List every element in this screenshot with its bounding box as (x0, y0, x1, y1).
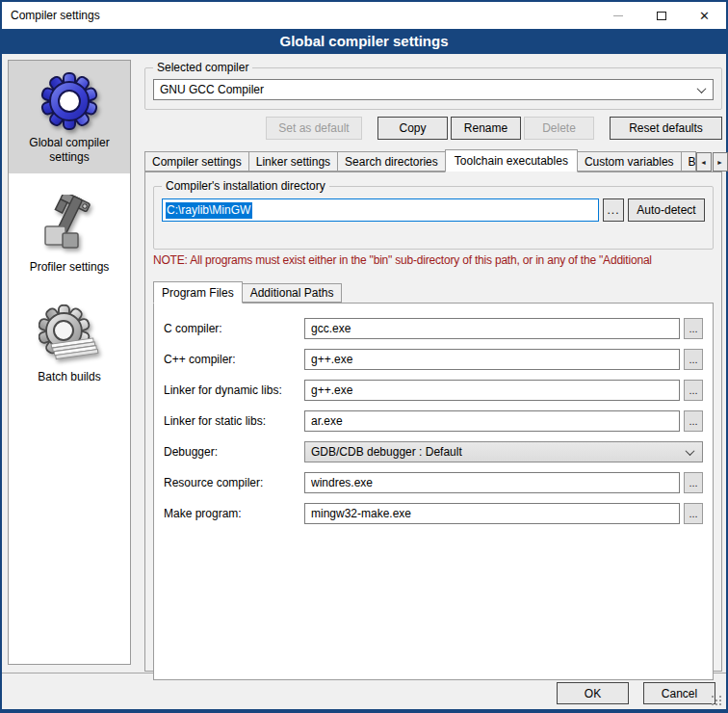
c-compiler-browse-button[interactable]: ... (684, 349, 703, 370)
sidebar-item-label: Global compiler settings (13, 136, 126, 165)
page-title: Global compiler settings (2, 29, 726, 54)
compiler-actions: Set as defaultCopyRenameDeleteReset defa… (144, 117, 722, 140)
chevron-down-icon (697, 84, 707, 93)
ok-button[interactable]: OK (557, 682, 629, 704)
minimize-button[interactable] (596, 2, 639, 29)
field-row-make-program: Make program:... (164, 502, 703, 525)
make-program-browse-button[interactable]: ... (684, 503, 703, 524)
cancel-button[interactable]: Cancel (643, 682, 715, 704)
main-tabs: Compiler settingsLinker settingsSearch d… (144, 148, 722, 172)
tab-search-directories[interactable]: Search directories (337, 151, 446, 172)
tab-compiler-settings[interactable]: Compiler settings (144, 151, 249, 172)
field-label: Linker for dynamic libs: (164, 383, 304, 397)
subtab-additional-paths[interactable]: Additional Paths (242, 283, 343, 303)
linker-for-dynamic-libs-input[interactable] (304, 380, 680, 401)
selected-compiler-group: Selected compiler GNU GCC Compiler (144, 67, 722, 110)
field-label: Make program: (164, 507, 304, 520)
delete-button: Delete (524, 117, 594, 140)
field-label: C compiler: (164, 322, 304, 335)
group-label: Selected compiler (153, 61, 252, 74)
sidebar-item-global-compiler-settings[interactable]: Global compiler settings (9, 61, 130, 173)
window-title: Compiler settings (2, 9, 596, 22)
field-label: Linker for static libs: (164, 414, 304, 428)
settings-category-list: Global compiler settings Profiler settin… (8, 60, 131, 665)
install-dir-input[interactable]: C:\raylib\MinGW (162, 198, 599, 222)
tab-toolchain-executables[interactable]: Toolchain executables (445, 149, 578, 172)
caliper-icon (39, 195, 100, 256)
program-files-page: C compiler:...C++ compiler:...Linker for… (153, 303, 714, 680)
field-row-c-compiler: C++ compiler:... (164, 348, 703, 371)
field-row-c-compiler: C compiler:... (164, 317, 703, 340)
close-button[interactable]: ✕ (683, 2, 726, 29)
field-row-linker-for-static-libs: Linker for static libs:... (164, 409, 703, 433)
field-row-linker-for-dynamic-libs: Linker for dynamic libs:... (164, 379, 703, 402)
sidebar-item-label: Profiler settings (13, 260, 126, 275)
field-label: C++ compiler: (164, 353, 304, 366)
linker-for-static-libs-input[interactable] (304, 410, 680, 432)
c-compiler-input[interactable] (304, 318, 680, 339)
make-program-input[interactable] (304, 503, 680, 524)
c-compiler-input[interactable] (304, 349, 680, 370)
titlebar: Compiler settings ✕ (2, 2, 726, 29)
install-dir-browse-button[interactable]: ... (603, 198, 624, 222)
c-compiler-browse-button[interactable]: ... (684, 318, 703, 339)
resize-grip[interactable] (712, 696, 723, 707)
resource-compiler-input[interactable] (304, 472, 680, 493)
gray-gear-stack-icon (39, 304, 100, 366)
debugger-select[interactable]: GDB/CDB debugger : Default (304, 441, 703, 462)
program-tabs: Program FilesAdditional Paths (153, 280, 714, 303)
minimize-icon (613, 15, 623, 16)
maximize-button[interactable] (639, 2, 683, 29)
tab-custom-variables[interactable]: Custom variables (577, 151, 682, 172)
install-dir-note: NOTE: All programs must exist either in … (153, 253, 714, 267)
copy-button[interactable]: Copy (377, 117, 448, 140)
sidebar-item-label: Batch builds (13, 370, 126, 384)
tab-build[interactable]: Build (681, 151, 696, 172)
sidebar-item-batch-builds[interactable]: Batch builds (9, 295, 130, 393)
autodetect-button[interactable]: Auto-detect (628, 198, 705, 222)
install-dir-group: Compiler's installation directory C:\ray… (153, 186, 714, 250)
selected-compiler-value: GNU GCC Compiler (160, 83, 692, 96)
install-dir-row: C:\raylib\MinGW ... Auto-detect (162, 198, 705, 222)
set-as-default-button: Set as default (266, 117, 362, 140)
tab-linker-settings[interactable]: Linker settings (248, 151, 338, 172)
field-row-debugger: Debugger:GDB/CDB debugger : Default (164, 440, 703, 463)
reset-defaults-button[interactable]: Reset defaults (610, 117, 722, 140)
rename-button[interactable]: Rename (451, 117, 521, 140)
field-label: Resource compiler: (164, 476, 304, 489)
selected-compiler-select[interactable]: GNU GCC Compiler (153, 79, 714, 100)
field-label: Debugger: (164, 445, 304, 459)
group-label: Compiler's installation directory (162, 179, 329, 193)
install-dir-selected-text: C:\raylib\MinGW (166, 202, 252, 219)
subtab-program-files[interactable]: Program Files (153, 281, 243, 304)
blue-gear-icon (39, 70, 100, 132)
linker-for-dynamic-libs-browse-button[interactable]: ... (684, 380, 703, 401)
field-row-resource-compiler: Resource compiler:... (164, 471, 703, 494)
tab-scroll-right-button[interactable]: ► (713, 152, 728, 172)
close-icon: ✕ (699, 10, 710, 22)
linker-for-static-libs-browse-button[interactable]: ... (684, 410, 703, 432)
select-value: GDB/CDB debugger : Default (311, 445, 681, 459)
tab-scroll-arrows: ◄ ► (695, 152, 728, 172)
chevron-down-icon (686, 446, 695, 456)
resource-compiler-browse-button[interactable]: ... (684, 472, 703, 493)
main-panel: Selected compiler GNU GCC Compiler Set a… (144, 60, 722, 667)
compiler-settings-window: Compiler settings ✕ Global compiler sett… (0, 0, 728, 713)
toolchain-executables-page: Compiler's installation directory C:\ray… (144, 172, 722, 672)
sidebar-item-profiler-settings[interactable]: Profiler settings (9, 185, 130, 283)
maximize-icon (657, 12, 666, 20)
tab-scroll-left-button[interactable]: ◄ (696, 152, 712, 172)
